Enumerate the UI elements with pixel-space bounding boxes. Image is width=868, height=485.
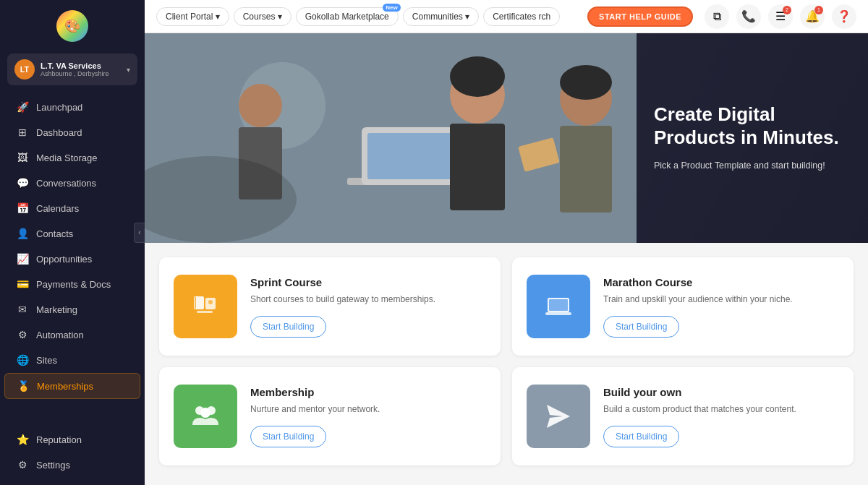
- nav-pill-courses[interactable]: Courses ▾: [234, 7, 292, 26]
- sidebar-collapse-button[interactable]: ‹: [134, 223, 145, 243]
- sidebar-item-memberships[interactable]: 🏅 Memberships: [4, 373, 140, 399]
- product-title-sprint-course: Sprint Course: [250, 276, 486, 288]
- nav-label-dashboard: Dashboard: [36, 127, 82, 138]
- nav-pill-gokollab-marketplace[interactable]: Gokollab MarketplaceNew: [296, 7, 399, 26]
- people-svg: [190, 400, 221, 432]
- product-desc-membership: Nurture and mentor your network.: [250, 403, 486, 416]
- sidebar-item-contacts[interactable]: 👤 Contacts: [4, 221, 140, 246]
- product-card-marathon-course: Marathon CourseTrain and upskill your au…: [512, 257, 854, 356]
- nav-icon-reputation: ⭐: [16, 434, 29, 445]
- svg-rect-8: [450, 124, 505, 210]
- layers-icon-button[interactable]: ⧉: [705, 4, 729, 29]
- product-icon-membership: [174, 385, 237, 448]
- chevron-down-icon: ▾: [127, 66, 130, 74]
- product-card-sprint-course: Sprint CourseShort courses to build gate…: [159, 257, 501, 356]
- svg-rect-16: [195, 297, 196, 309]
- product-desc-build-your-own: Build a custom product that matches your…: [603, 403, 839, 416]
- hero-image: [145, 33, 637, 243]
- paper-plane-svg: [542, 400, 574, 432]
- product-content-sprint-course: Sprint CourseShort courses to build gate…: [250, 276, 486, 338]
- logo: 🎨: [0, 0, 145, 49]
- svg-rect-11: [560, 126, 612, 213]
- sidebar-item-opportunities[interactable]: 📈 Opportunities: [4, 246, 140, 271]
- product-title-marathon-course: Marathon Course: [603, 276, 839, 288]
- list-badge: 2: [783, 6, 791, 14]
- hero-subtitle: Pick a Product Template and start buildi…: [654, 159, 851, 173]
- nav-label-media-storage: Media Storage: [36, 153, 98, 163]
- nav-icon-sites: 🌐: [16, 354, 29, 366]
- nav-label-automation: Automation: [36, 330, 84, 340]
- sidebar-item-media-storage[interactable]: 🖼 Media Storage: [4, 145, 140, 170]
- workspace-location: Ashbourne , Derbyshire: [41, 70, 109, 77]
- product-icon-sprint-course: [174, 275, 237, 338]
- svg-marker-26: [547, 405, 570, 428]
- svg-rect-22: [545, 312, 571, 315]
- product-card-build-your-own: Build your ownBuild a custom product tha…: [512, 367, 854, 465]
- hero-title: Create Digital Products in Minutes.: [654, 103, 851, 148]
- workspace-selector[interactable]: LT L.T. VA Services Ashbourne , Derbyshi…: [7, 53, 137, 85]
- sidebar-item-launchpad[interactable]: 🚀 Launchpad: [4, 95, 140, 119]
- workspace-avatar: LT: [14, 59, 35, 80]
- nav-pill-certificates[interactable]: Certificates rch: [483, 7, 560, 26]
- help-icon-button[interactable]: ❓: [832, 4, 856, 29]
- bell-icon-button[interactable]: 🔔1: [800, 4, 825, 29]
- sidebar-item-sites[interactable]: 🌐 Sites: [4, 348, 140, 372]
- laptop-svg: [542, 291, 574, 322]
- sidebar-bottom: ⭐ Reputation⚙ Settings: [0, 421, 145, 485]
- product-card-membership: MembershipNurture and mentor your networ…: [159, 367, 501, 465]
- logo-icon: 🎨: [56, 10, 88, 42]
- start-building-button-marathon-course[interactable]: Start Building: [603, 316, 679, 338]
- sidebar-item-calendars[interactable]: 📅 Calendars: [4, 196, 140, 220]
- nav-pill-communities[interactable]: Communities ▾: [403, 7, 479, 26]
- main-area: Client Portal ▾Courses ▾Gokollab Marketp…: [145, 0, 868, 485]
- svg-point-18: [208, 300, 213, 304]
- sidebar-item-settings[interactable]: ⚙ Settings: [4, 452, 140, 477]
- nav-icon-memberships: 🏅: [17, 380, 30, 392]
- product-content-build-your-own: Build your ownBuild a custom product tha…: [603, 386, 839, 447]
- svg-rect-6: [367, 133, 457, 179]
- main-content: Create Digital Products in Minutes. Pick…: [145, 33, 868, 485]
- nav-label-payments-docs: Payments & Docs: [36, 279, 111, 290]
- product-content-marathon-course: Marathon CourseTrain and upskill your au…: [603, 276, 839, 338]
- hero-banner: Create Digital Products in Minutes. Pick…: [145, 33, 868, 243]
- product-icon-build-your-own: [527, 385, 590, 448]
- start-help-guide-button[interactable]: START HELP GUIDE: [587, 7, 693, 27]
- product-desc-marathon-course: Train and upskill your audience within y…: [603, 293, 839, 306]
- nav-pill-client-portal[interactable]: Client Portal ▾: [156, 7, 229, 26]
- layers-icon: ⧉: [713, 10, 721, 23]
- product-content-membership: MembershipNurture and mentor your networ…: [250, 386, 486, 447]
- nav-label-calendars: Calendars: [36, 203, 79, 214]
- nav-label-conversations: Conversations: [36, 178, 96, 189]
- sidebar-item-payments-docs[interactable]: 💳 Payments & Docs: [4, 272, 140, 296]
- start-building-button-build-your-own[interactable]: Start Building: [603, 426, 679, 447]
- help-icon: ❓: [837, 9, 851, 23]
- top-nav: Client Portal ▾Courses ▾Gokollab Marketp…: [145, 0, 868, 33]
- nav-icon-payments-docs: 💳: [16, 278, 29, 290]
- sidebar: 🎨 LT L.T. VA Services Ashbourne , Derbys…: [0, 0, 145, 485]
- svg-point-25: [200, 408, 210, 418]
- start-building-button-membership[interactable]: Start Building: [250, 426, 326, 447]
- sidebar-item-marketing[interactable]: ✉ Marketing: [4, 297, 140, 322]
- avatar-initials: LT: [20, 65, 30, 74]
- sidebar-item-dashboard[interactable]: ⊞ Dashboard: [4, 120, 140, 145]
- nav-icon-conversations: 💬: [16, 177, 29, 189]
- logo-symbol: 🎨: [64, 18, 80, 34]
- nav-icon-settings: ⚙: [16, 459, 29, 471]
- product-title-build-your-own: Build your own: [603, 386, 839, 398]
- sidebar-item-reputation[interactable]: ⭐ Reputation: [4, 427, 140, 452]
- start-building-button-sprint-course[interactable]: Start Building: [250, 316, 326, 338]
- svg-rect-21: [549, 299, 568, 311]
- sidebar-nav: 🚀 Launchpad⊞ Dashboard🖼 Media Storage💬 C…: [0, 90, 145, 421]
- workspace-info: LT L.T. VA Services Ashbourne , Derbyshi…: [14, 59, 109, 80]
- nav-icon-dashboard: ⊞: [16, 126, 29, 138]
- svg-point-9: [450, 56, 505, 97]
- sidebar-item-conversations[interactable]: 💬 Conversations: [4, 171, 140, 195]
- phone-icon: 📞: [741, 9, 756, 23]
- phone-icon-button[interactable]: 📞: [736, 4, 761, 29]
- nav-label-opportunities: Opportunities: [36, 254, 92, 265]
- nav-icon-launchpad: 🚀: [16, 101, 29, 113]
- sidebar-item-automation[interactable]: ⚙ Automation: [4, 322, 140, 347]
- list-icon-button[interactable]: ☰2: [768, 4, 793, 29]
- hero-svg: [145, 33, 637, 243]
- nav-label-marketing: Marketing: [36, 304, 77, 315]
